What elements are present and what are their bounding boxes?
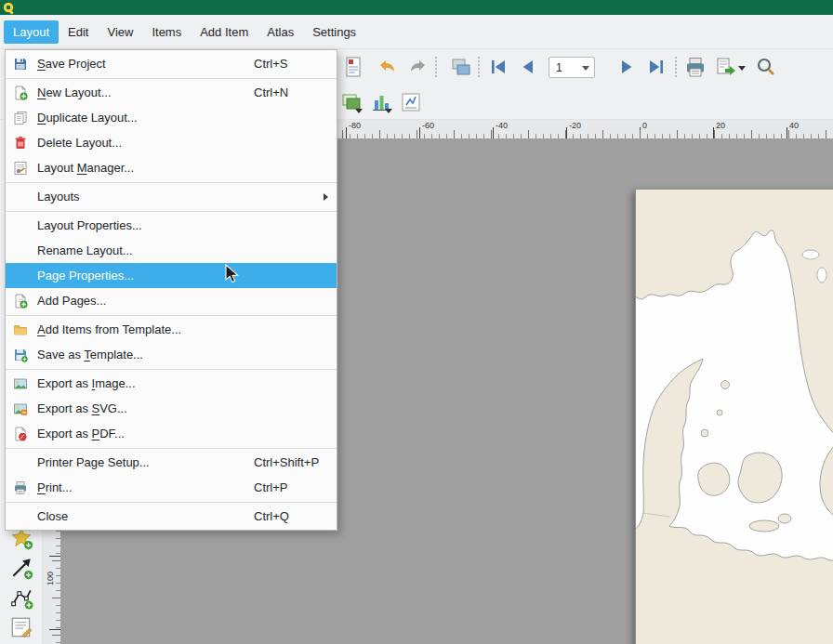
ruler-label: -20 [569,121,581,130]
ruler-label: 100 [46,572,55,585]
folder-icon [10,322,31,337]
menu-item-new-layout[interactable]: New Layout...Ctrl+N [6,80,337,105]
menu-item-print[interactable]: Print...Ctrl+P [6,475,337,500]
new-layout-icon [10,85,31,100]
menu-item-add-items-from-template[interactable]: Add Items from Template... [6,317,337,342]
atlas-page-combobox[interactable]: 1 [549,57,595,78]
menu-item-shortcut: Ctrl+Q [254,509,289,523]
add-item-dropdown-button[interactable] [340,91,363,113]
export-pdf-icon [10,427,31,441]
add-arrow-icon [9,556,33,580]
menu-item-label: Print... [37,480,73,494]
menu-item-export-as-image[interactable]: Export as Image... [6,371,337,396]
last-feature-icon [645,56,668,78]
menu-item-label: Export as SVG... [37,401,127,415]
menu-item-save-project[interactable]: Save ProjectCtrl+S [6,51,337,76]
zoom-full-button[interactable] [755,56,777,78]
magnifier-icon [755,56,777,78]
export-atlas-button[interactable] [714,56,736,78]
atlas-settings-button[interactable] [450,56,472,78]
menubar-item-add-item[interactable]: Add Item [191,20,258,44]
menu-item-close[interactable]: CloseCtrl+Q [6,504,337,529]
mouse-cursor [225,264,239,284]
menu-item-label: Page Properties... [37,269,134,283]
combobox-caret-icon [582,66,589,71]
layout-page[interactable] [635,189,833,644]
atlas-next-button[interactable] [615,56,638,78]
qgis-layout-window: LayoutEditViewItemsAdd ItemAtlasSettings… [0,0,833,644]
menu-item-save-as-template[interactable]: Save as Template... [6,342,337,367]
ruler-label: 40 [789,121,799,130]
menu-item-export-as-svg[interactable]: Export as SVG... [6,396,337,421]
menubar-item-layout[interactable]: Layout [4,20,59,44]
map-item [636,190,833,644]
ruler-tick [49,629,60,630]
menu-item-add-pages[interactable]: Add Pages... [6,288,337,313]
atlas-prev-button[interactable] [517,56,539,78]
ruler-label: -60 [422,121,434,130]
next-feature-icon [615,56,638,78]
add-html-button[interactable] [9,615,33,639]
export-report-button[interactable] [342,56,364,78]
undo-button[interactable] [376,56,398,78]
menubar-item-view[interactable]: View [98,20,142,44]
menu-item-layout-properties[interactable]: Layout Properties... [6,213,337,238]
menu-item-layouts[interactable]: Layouts [6,184,337,209]
statistics-icon [400,91,422,113]
export-atlas-dropdown-caret-icon[interactable] [738,66,746,71]
ruler-label: 0 [642,121,647,130]
add-node-item-button[interactable] [9,585,33,610]
print-atlas-button[interactable] [684,56,707,78]
undo-icon [376,56,398,78]
menu-item-page-properties[interactable]: Page Properties... [6,263,337,288]
atlas-last-button[interactable] [645,56,668,78]
menu-item-label: Rename Layout... [37,243,133,257]
export-svg-icon [10,401,31,416]
add-arrow-button[interactable] [9,556,33,580]
menu-item-printer-page-setup[interactable]: Printer Page Setup...Ctrl+Shift+P [6,450,337,475]
add-pages-icon [10,294,31,309]
redo-button[interactable] [407,56,430,78]
menu-item-export-as-pdf[interactable]: Export as PDF... [6,421,337,446]
menubar-item-atlas[interactable]: Atlas [258,20,303,44]
add-html-icon [9,615,33,639]
ruler-tick [713,127,714,138]
menu-item-rename-layout[interactable]: Rename Layout... [6,238,337,263]
statistics-summary-button[interactable] [400,91,422,113]
first-feature-icon [487,56,509,78]
menu-item-duplicate-layout[interactable]: Duplicate Layout... [6,105,337,130]
menu-separator [6,182,337,183]
add-chart-dropdown-button[interactable] [370,91,392,113]
atlas-first-button[interactable] [487,56,509,78]
menubar-item-edit[interactable]: Edit [59,20,98,44]
menu-separator [6,369,337,370]
menu-item-label: Export as PDF... [37,427,125,440]
menu-item-shortcut: Ctrl+S [254,57,287,71]
printer-icon [684,56,707,78]
menu-item-layout-manager[interactable]: Layout Manager... [6,155,337,180]
ruler-tick [787,127,787,138]
menu-item-shortcut: Ctrl+Shift+P [254,455,319,469]
menu-item-label: Close [37,509,68,523]
ruler-tick [49,556,60,557]
atlas-settings-icon [450,56,472,78]
ruler-tick [419,127,420,138]
menubar-item-items[interactable]: Items [142,20,191,44]
ruler-tick [640,127,641,138]
menu-item-label: Printer Page Setup... [37,455,150,469]
menubar-item-settings[interactable]: Settings [303,20,365,44]
menu-item-delete-layout[interactable]: Delete Layout... [6,130,337,155]
menu-item-label: Layout Manager... [37,161,134,175]
menu-separator [6,502,337,503]
submenu-arrow-icon [324,193,328,201]
menu-item-label: Add Items from Template... [37,322,181,336]
export-atlas-icon [714,56,736,78]
add-node-item-icon [9,585,33,610]
menu-item-label: Layouts [37,190,80,204]
duplicate-layout-icon [10,111,31,125]
previous-feature-icon [517,56,539,78]
ruler-tick [493,127,494,138]
ruler-tick [566,127,567,138]
menu-item-label: Save as Template... [37,348,143,361]
menu-item-label: Duplicate Layout... [37,111,138,125]
